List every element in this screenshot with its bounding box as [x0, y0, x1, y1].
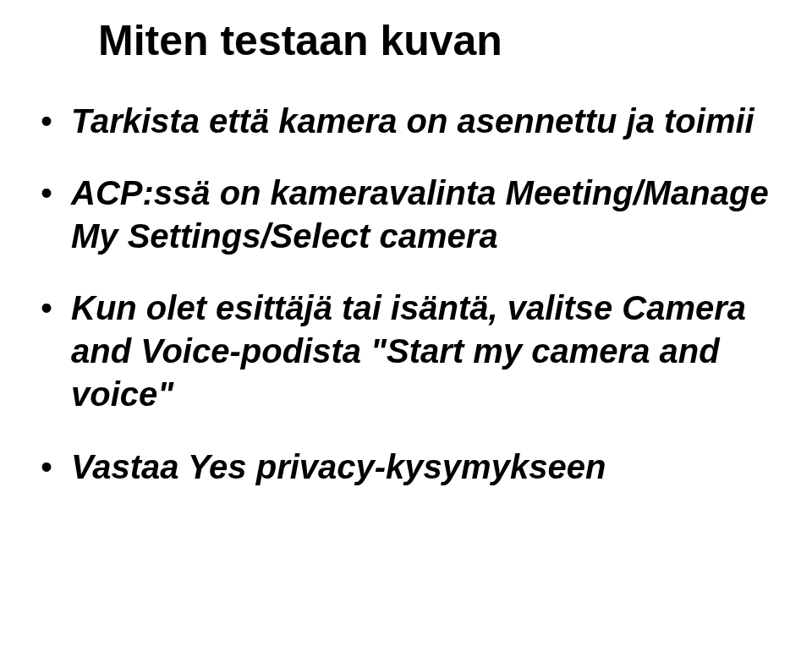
list-item: Kun olet esittäjä tai isäntä, valitse Ca… [41, 287, 771, 417]
slide-title: Miten testaan kuvan [98, 17, 771, 66]
list-item: Tarkista että kamera on asennettu ja toi… [41, 100, 771, 143]
slide: Miten testaan kuvan Tarkista että kamera… [0, 0, 812, 657]
bullet-list: Tarkista että kamera on asennettu ja toi… [41, 100, 771, 489]
list-item: ACP:ssä on kameravalinta Meeting/Manage … [41, 172, 771, 258]
list-item: Vastaa Yes privacy-kysymykseen [41, 446, 771, 489]
